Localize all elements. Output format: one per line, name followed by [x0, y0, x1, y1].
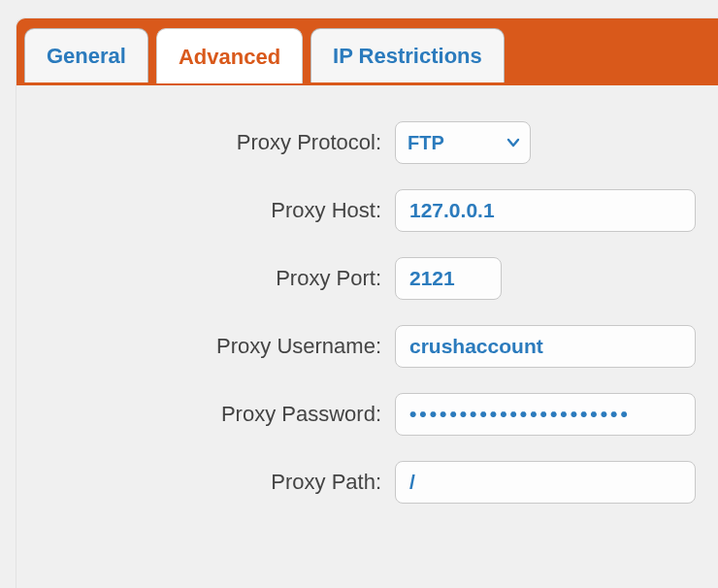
row-host: Proxy Host:: [16, 188, 718, 233]
tab-general[interactable]: General: [24, 28, 148, 82]
chevron-down-icon: [506, 136, 520, 149]
tab-advanced[interactable]: Advanced: [156, 28, 303, 84]
proxy-username-input[interactable]: [395, 325, 696, 368]
row-protocol: Proxy Protocol: FTP: [16, 120, 718, 165]
proxy-password-input[interactable]: [395, 393, 696, 436]
label-path: Proxy Path:: [16, 470, 395, 495]
tabbar-underline: [16, 83, 718, 85]
label-port: Proxy Port:: [16, 266, 395, 291]
proxy-path-input[interactable]: [395, 461, 696, 504]
tab-advanced-label: Advanced: [179, 45, 280, 70]
label-host: Proxy Host:: [16, 198, 395, 223]
settings-advanced-panel: General Advanced IP Restrictions Proxy P…: [0, 17, 718, 588]
proxy-protocol-value: FTP: [408, 132, 444, 154]
row-username: Proxy Username:: [16, 324, 718, 369]
tab-bar: General Advanced IP Restrictions: [16, 17, 718, 83]
row-password: Proxy Password:: [16, 392, 718, 437]
label-username: Proxy Username:: [16, 334, 395, 359]
proxy-port-input[interactable]: [395, 257, 502, 300]
tabs: General Advanced IP Restrictions: [24, 28, 505, 84]
label-password: Proxy Password:: [16, 402, 395, 427]
proxy-protocol-select[interactable]: FTP: [395, 121, 531, 164]
row-port: Proxy Port:: [16, 256, 718, 301]
proxy-host-input[interactable]: [395, 189, 696, 232]
tab-general-label: General: [47, 44, 126, 69]
tab-ip-restrictions[interactable]: IP Restrictions: [310, 28, 505, 82]
form-panel: Proxy Protocol: FTP Proxy Host: Proxy Po…: [16, 83, 718, 588]
label-protocol: Proxy Protocol:: [16, 130, 395, 155]
tab-ip-restrictions-label: IP Restrictions: [333, 44, 482, 69]
row-path: Proxy Path:: [16, 460, 718, 505]
